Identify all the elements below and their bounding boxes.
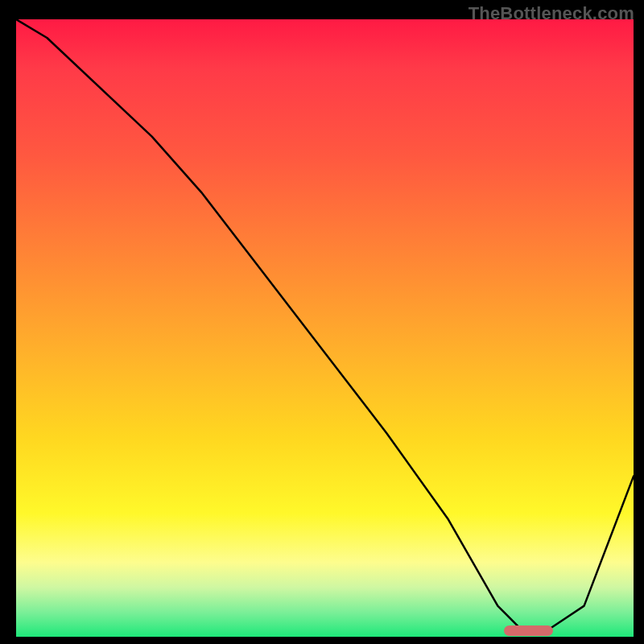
chart-frame bbox=[16, 19, 634, 637]
chart-plot-area bbox=[16, 19, 634, 637]
optimal-range-marker bbox=[504, 625, 553, 636]
curve-path bbox=[16, 19, 634, 630]
bottleneck-curve bbox=[16, 19, 634, 637]
watermark-text: TheBottleneck.com bbox=[469, 3, 634, 24]
